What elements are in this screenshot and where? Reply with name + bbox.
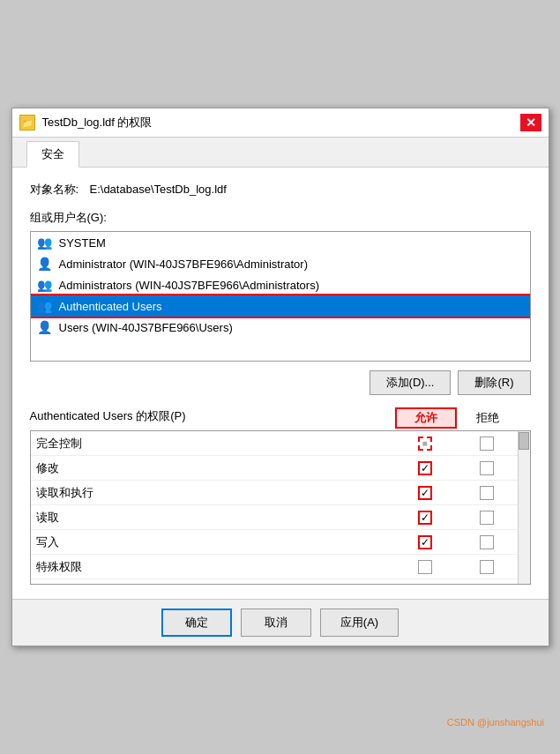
perm-deny-read[interactable] [456, 511, 518, 525]
tab-bar: 安全 [12, 138, 549, 168]
users-icon-system [36, 235, 54, 250]
perm-name-special: 特殊权限 [31, 559, 394, 575]
perm-name-full: 完全控制 [31, 436, 394, 452]
user-item-administrator[interactable]: Administrator (WIN-40JS7BFE966\Administr… [31, 253, 530, 274]
close-button[interactable]: ✕ [520, 114, 541, 131]
user-icon-administrator [36, 257, 54, 271]
user-name-system: SYSTEM [59, 236, 106, 250]
checkbox-allow-modify[interactable] [418, 461, 432, 475]
perm-row-special: 特殊权限 [31, 555, 518, 579]
checkbox-allow-full[interactable] [418, 437, 432, 451]
user-icon-users [36, 320, 54, 334]
perm-name-write: 写入 [31, 534, 394, 550]
permissions-table[interactable]: 完全控制 修改 [30, 430, 531, 585]
checkbox-allow-read[interactable] [418, 511, 432, 525]
perm-name-modify: 修改 [31, 460, 394, 476]
object-name-row: 对象名称: E:\database\TestDb_log.ldf [30, 182, 531, 198]
perm-allow-write[interactable] [394, 535, 456, 549]
perm-allow-full[interactable] [394, 437, 456, 451]
scrollbar[interactable] [518, 431, 530, 584]
watermark: CSDN @junshangshui [447, 717, 544, 728]
user-action-buttons: 添加(D)... 删除(R) [30, 370, 531, 395]
window-icon: 📁 [19, 115, 35, 131]
object-label: 对象名称: [30, 182, 83, 198]
user-name-administrator: Administrator (WIN-40JS7BFE966\Administr… [59, 258, 308, 271]
checkbox-deny-read-exec[interactable] [480, 486, 494, 500]
perm-row-write: 写入 [31, 530, 518, 555]
users-list[interactable]: SYSTEM Administrator (WIN-40JS7BFE966\Ad… [30, 231, 531, 362]
checkbox-deny-read[interactable] [480, 511, 494, 525]
perm-deny-full[interactable] [456, 437, 518, 451]
title-bar: 📁 TestDb_log.ldf 的权限 ✕ [12, 108, 549, 138]
users-icon-auth [36, 299, 54, 313]
checkbox-deny-special[interactable] [480, 560, 494, 574]
perm-allow-special[interactable] [394, 560, 456, 574]
remove-button[interactable]: 删除(R) [458, 370, 530, 395]
perm-deny-modify[interactable] [456, 461, 518, 475]
checkbox-deny-modify[interactable] [480, 461, 494, 475]
user-name-administrators: Administrators (WIN-40JS7BFE966\Administ… [59, 279, 319, 292]
cancel-button[interactable]: 取消 [241, 608, 311, 637]
perm-name-read-exec: 读取和执行 [31, 485, 394, 501]
checkbox-allow-write[interactable] [418, 535, 432, 549]
perm-deny-write[interactable] [456, 535, 518, 549]
content-area: 对象名称: E:\database\TestDb_log.ldf 组或用户名(G… [12, 168, 549, 599]
perm-allow-read-exec[interactable] [394, 486, 456, 500]
perm-name-read: 读取 [31, 510, 394, 526]
users-icon-administrators [36, 278, 54, 292]
permissions-header-row: Authenticated Users 的权限(P) 允许 拒绝 [30, 407, 531, 429]
deny-header: 拒绝 [457, 410, 519, 426]
perm-deny-read-exec[interactable] [456, 486, 518, 500]
user-item-system[interactable]: SYSTEM [31, 232, 530, 253]
permissions-label: Authenticated Users 的权限(P) [30, 408, 395, 424]
checkbox-deny-write[interactable] [480, 535, 494, 549]
user-name-auth: Authenticated Users [59, 300, 162, 313]
allow-header: 允许 [395, 407, 457, 429]
permissions-section: Authenticated Users 的权限(P) 允许 拒绝 完全控制 [30, 407, 531, 585]
user-item-administrators[interactable]: Administrators (WIN-40JS7BFE966\Administ… [31, 274, 530, 295]
apply-button[interactable]: 应用(A) [320, 608, 399, 637]
add-button[interactable]: 添加(D)... [370, 370, 452, 395]
perm-deny-special[interactable] [456, 560, 518, 574]
perm-allow-modify[interactable] [394, 461, 456, 475]
object-value: E:\database\TestDb_log.ldf [90, 183, 227, 196]
perm-row-read: 读取 [31, 505, 518, 530]
perm-row-modify: 修改 [31, 456, 518, 481]
permissions-rows: 完全控制 修改 [31, 431, 518, 584]
perm-row-full-control: 完全控制 [31, 431, 518, 456]
footer: 确定 取消 应用(A) [12, 599, 549, 646]
perm-allow-read[interactable] [394, 511, 456, 525]
user-item-auth-users[interactable]: Authenticated Users [31, 295, 530, 317]
user-name-users: Users (WIN-40JS7BFE966\Users) [59, 321, 233, 334]
checkbox-allow-special[interactable] [418, 560, 432, 574]
user-item-users[interactable]: Users (WIN-40JS7BFE966\Users) [31, 317, 530, 338]
scroll-thumb[interactable] [519, 432, 529, 450]
checkbox-deny-full[interactable] [480, 437, 494, 451]
tab-security[interactable]: 安全 [26, 141, 79, 168]
title-bar-left: 📁 TestDb_log.ldf 的权限 [19, 115, 153, 131]
ok-button[interactable]: 确定 [161, 608, 232, 637]
window-title: TestDb_log.ldf 的权限 [42, 115, 153, 131]
perm-row-read-exec: 读取和执行 [31, 481, 518, 505]
group-label: 组或用户名(G): [30, 210, 531, 226]
checkbox-allow-read-exec[interactable] [418, 486, 432, 500]
main-window: 📁 TestDb_log.ldf 的权限 ✕ 安全 对象名称: E:\datab… [11, 108, 549, 646]
